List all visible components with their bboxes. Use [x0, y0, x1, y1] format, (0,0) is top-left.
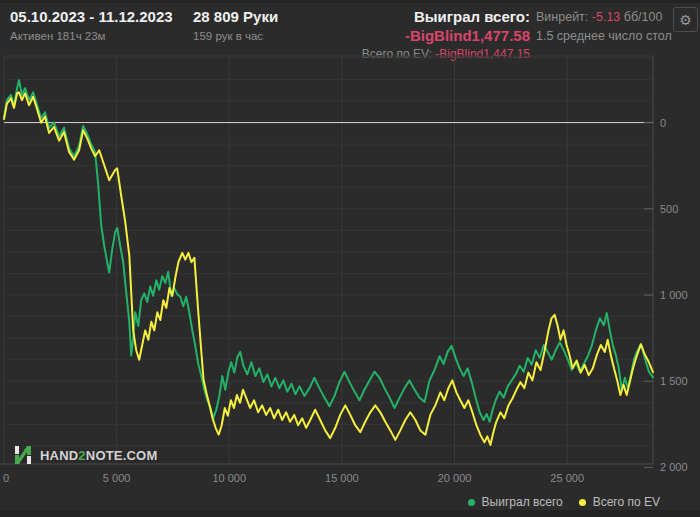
chart-legend: Выиграл всего Всего по EV: [468, 495, 660, 509]
x-tick-label: 0: [3, 472, 9, 484]
legend-item-won[interactable]: Выиграл всего: [468, 495, 563, 509]
x-tick-label: 25 000: [542, 472, 592, 484]
y-tick-label: 2 000: [660, 461, 688, 473]
x-tick-label: 15 000: [317, 472, 367, 484]
ev-series-dot-icon: [579, 499, 586, 506]
hand2note-logo-icon: [12, 444, 34, 466]
y-tick-label: 1 000: [660, 289, 688, 301]
x-tick-label: 20 000: [430, 472, 480, 484]
won-series-dot-icon: [468, 499, 475, 506]
window-bottom-edge: [0, 510, 700, 517]
y-tick-label: 0: [660, 117, 666, 129]
hand2note-logo-text: HAND2NOTE.COM: [40, 448, 157, 463]
y-tick-label: 500: [660, 203, 678, 215]
hand2note-logo[interactable]: HAND2NOTE.COM: [12, 444, 157, 466]
x-tick-label: 5 000: [92, 472, 142, 484]
hand2note-graph-window: 05.10.2023 - 11.12.2023 Активен 181ч 23м…: [0, 0, 700, 517]
y-tick-label: 1 500: [660, 375, 688, 387]
legend-label-won: Выиграл всего: [482, 495, 563, 509]
x-tick-label: 10 000: [204, 472, 254, 484]
legend-item-ev[interactable]: Всего по EV: [579, 495, 660, 509]
winnings-chart[interactable]: [0, 0, 700, 517]
legend-label-ev: Всего по EV: [593, 495, 660, 509]
